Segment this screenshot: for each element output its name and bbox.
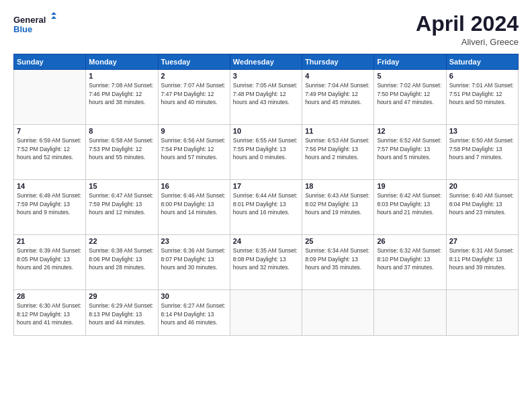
day-number: 24 [233,237,299,245]
day-info: Sunrise: 6:36 AM Sunset: 8:07 PM Dayligh… [161,246,227,271]
table-row: 6Sunrise: 7:01 AM Sunset: 7:51 PM Daylig… [446,70,518,125]
day-info: Sunrise: 6:50 AM Sunset: 7:58 PM Dayligh… [449,136,515,161]
page: General Blue April 2024 Aliveri, Greece … [0,0,532,411]
header: General Blue April 2024 Aliveri, Greece [13,12,519,47]
table-row: 5Sunrise: 7:02 AM Sunset: 7:50 PM Daylig… [374,70,446,125]
header-row: Sunday Monday Tuesday Wednesday Thursday… [14,54,519,70]
table-row [14,70,86,125]
col-thursday: Thursday [302,54,374,70]
day-number: 13 [449,127,515,135]
day-info: Sunrise: 6:31 AM Sunset: 8:11 PM Dayligh… [449,246,515,271]
day-number: 29 [89,292,154,300]
day-info: Sunrise: 6:53 AM Sunset: 7:56 PM Dayligh… [305,136,371,161]
table-row [302,290,374,336]
day-number: 15 [89,182,154,190]
logo-svg: General Blue [13,12,60,38]
day-number: 23 [161,237,227,245]
table-row: 12Sunrise: 6:52 AM Sunset: 7:57 PM Dayli… [374,125,446,180]
day-info: Sunrise: 6:44 AM Sunset: 8:01 PM Dayligh… [233,191,299,216]
day-info: Sunrise: 6:55 AM Sunset: 7:55 PM Dayligh… [233,136,299,161]
day-number: 7 [17,127,83,135]
day-info: Sunrise: 7:07 AM Sunset: 7:47 PM Dayligh… [161,81,227,106]
day-number: 28 [17,292,83,300]
svg-marker-2 [51,12,56,15]
day-info: Sunrise: 6:49 AM Sunset: 7:59 PM Dayligh… [17,191,83,216]
table-row [446,290,518,336]
day-number: 16 [161,182,227,190]
table-row: 20Sunrise: 6:40 AM Sunset: 8:04 PM Dayli… [446,180,518,235]
table-row: 1Sunrise: 7:08 AM Sunset: 7:46 PM Daylig… [86,70,158,125]
day-number: 14 [17,182,83,190]
table-row: 29Sunrise: 6:29 AM Sunset: 8:13 PM Dayli… [86,290,158,336]
table-row: 15Sunrise: 6:47 AM Sunset: 7:59 PM Dayli… [86,180,158,235]
table-row: 30Sunrise: 6:27 AM Sunset: 8:14 PM Dayli… [158,290,230,336]
title-area: April 2024 Aliveri, Greece [416,12,519,47]
day-info: Sunrise: 6:42 AM Sunset: 8:03 PM Dayligh… [377,191,443,216]
table-row: 21Sunrise: 6:39 AM Sunset: 8:05 PM Dayli… [14,235,86,290]
table-row [230,290,302,336]
day-number: 1 [89,72,154,80]
table-row: 13Sunrise: 6:50 AM Sunset: 7:58 PM Dayli… [446,125,518,180]
table-row: 2Sunrise: 7:07 AM Sunset: 7:47 PM Daylig… [158,70,230,125]
day-number: 17 [233,182,299,190]
table-row: 3Sunrise: 7:05 AM Sunset: 7:48 PM Daylig… [230,70,302,125]
table-row: 28Sunrise: 6:30 AM Sunset: 8:12 PM Dayli… [14,290,86,336]
svg-text:Blue: Blue [13,24,32,34]
col-monday: Monday [86,54,158,70]
day-info: Sunrise: 7:01 AM Sunset: 7:51 PM Dayligh… [449,81,515,106]
day-info: Sunrise: 6:43 AM Sunset: 8:02 PM Dayligh… [305,191,371,216]
table-row: 26Sunrise: 6:32 AM Sunset: 8:10 PM Dayli… [374,235,446,290]
week-row: 28Sunrise: 6:30 AM Sunset: 8:12 PM Dayli… [14,290,519,336]
day-number: 4 [305,72,371,80]
day-info: Sunrise: 6:32 AM Sunset: 8:10 PM Dayligh… [377,246,443,271]
table-row: 8Sunrise: 6:58 AM Sunset: 7:53 PM Daylig… [86,125,158,180]
day-info: Sunrise: 6:56 AM Sunset: 7:54 PM Dayligh… [161,136,227,161]
col-sunday: Sunday [14,54,86,70]
day-number: 21 [17,237,83,245]
table-row: 9Sunrise: 6:56 AM Sunset: 7:54 PM Daylig… [158,125,230,180]
day-info: Sunrise: 6:35 AM Sunset: 8:08 PM Dayligh… [233,246,299,271]
day-info: Sunrise: 6:46 AM Sunset: 8:00 PM Dayligh… [161,191,227,216]
week-row: 21Sunrise: 6:39 AM Sunset: 8:05 PM Dayli… [14,235,519,290]
table-row: 27Sunrise: 6:31 AM Sunset: 8:11 PM Dayli… [446,235,518,290]
table-row [374,290,446,336]
day-number: 22 [89,237,154,245]
day-info: Sunrise: 6:29 AM Sunset: 8:13 PM Dayligh… [89,302,154,326]
day-number: 11 [305,127,371,135]
table-row: 4Sunrise: 7:04 AM Sunset: 7:49 PM Daylig… [302,70,374,125]
day-number: 2 [161,72,227,80]
day-info: Sunrise: 6:39 AM Sunset: 8:05 PM Dayligh… [17,246,83,271]
day-number: 5 [377,72,443,80]
day-info: Sunrise: 7:02 AM Sunset: 7:50 PM Dayligh… [377,81,443,106]
day-number: 27 [449,237,515,245]
day-number: 8 [89,127,154,135]
table-row: 7Sunrise: 6:59 AM Sunset: 7:52 PM Daylig… [14,125,86,180]
month-title: April 2024 [416,12,519,36]
day-number: 20 [449,182,515,190]
day-info: Sunrise: 6:59 AM Sunset: 7:52 PM Dayligh… [17,136,83,161]
location: Aliveri, Greece [416,37,519,47]
day-info: Sunrise: 7:05 AM Sunset: 7:48 PM Dayligh… [233,81,299,106]
day-number: 3 [233,72,299,80]
table-row: 19Sunrise: 6:42 AM Sunset: 8:03 PM Dayli… [374,180,446,235]
week-row: 14Sunrise: 6:49 AM Sunset: 7:59 PM Dayli… [14,180,519,235]
day-info: Sunrise: 6:30 AM Sunset: 8:12 PM Dayligh… [17,302,83,326]
table-row: 22Sunrise: 6:38 AM Sunset: 8:06 PM Dayli… [86,235,158,290]
svg-marker-3 [51,16,56,19]
col-wednesday: Wednesday [230,54,302,70]
table-row: 18Sunrise: 6:43 AM Sunset: 8:02 PM Dayli… [302,180,374,235]
week-row: 1Sunrise: 7:08 AM Sunset: 7:46 PM Daylig… [14,70,519,125]
day-info: Sunrise: 6:34 AM Sunset: 8:09 PM Dayligh… [305,246,371,271]
table-row: 16Sunrise: 6:46 AM Sunset: 8:00 PM Dayli… [158,180,230,235]
day-number: 19 [377,182,443,190]
svg-text:General: General [13,15,46,25]
col-friday: Friday [374,54,446,70]
day-number: 6 [449,72,515,80]
day-number: 25 [305,237,371,245]
table-row: 17Sunrise: 6:44 AM Sunset: 8:01 PM Dayli… [230,180,302,235]
table-row: 10Sunrise: 6:55 AM Sunset: 7:55 PM Dayli… [230,125,302,180]
day-number: 26 [377,237,443,245]
day-info: Sunrise: 6:38 AM Sunset: 8:06 PM Dayligh… [89,246,154,271]
table-row: 25Sunrise: 6:34 AM Sunset: 8:09 PM Dayli… [302,235,374,290]
day-info: Sunrise: 6:27 AM Sunset: 8:14 PM Dayligh… [161,302,227,326]
